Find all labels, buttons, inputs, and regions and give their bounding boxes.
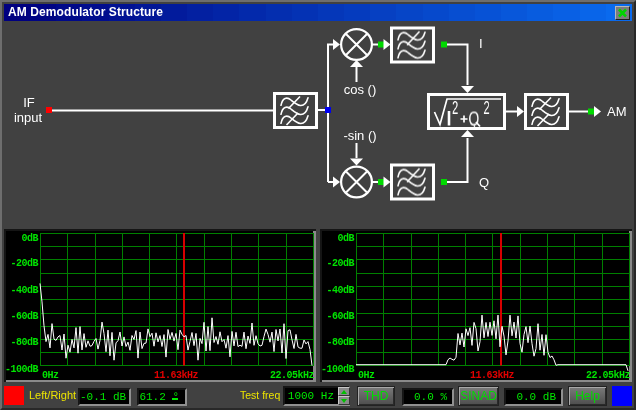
svg-text:input: input xyxy=(14,110,43,125)
svg-text:Q: Q xyxy=(469,107,480,131)
svg-text:0Hz: 0Hz xyxy=(358,370,375,381)
svg-text:Q: Q xyxy=(479,175,489,190)
svg-text:2: 2 xyxy=(484,97,490,117)
svg-text:-80dB: -80dB xyxy=(10,337,38,348)
svg-text:AM: AM xyxy=(607,104,627,119)
svg-text:22.05kHz: 22.05kHz xyxy=(586,370,631,381)
svg-text:-60dB: -60dB xyxy=(10,311,38,322)
svg-text:-100dB: -100dB xyxy=(5,364,39,375)
svg-text:-80dB: -80dB xyxy=(326,337,354,348)
svg-text:I: I xyxy=(479,36,483,51)
svg-text:-40dB: -40dB xyxy=(10,285,38,296)
svg-text:2: 2 xyxy=(452,97,458,117)
svg-text:IF: IF xyxy=(23,95,35,110)
svg-text:11.63kHz: 11.63kHz xyxy=(154,370,199,381)
svg-text:-60dB: -60dB xyxy=(326,311,354,322)
svg-text:-20dB: -20dB xyxy=(326,258,354,269)
svg-text:-100dB: -100dB xyxy=(321,364,355,375)
svg-text:cos (): cos () xyxy=(344,82,377,97)
svg-text:11.63kHz: 11.63kHz xyxy=(470,370,515,381)
svg-text:-40dB: -40dB xyxy=(326,285,354,296)
svg-text:0Hz: 0Hz xyxy=(42,370,59,381)
svg-text:0dB: 0dB xyxy=(337,233,354,244)
svg-text:0dB: 0dB xyxy=(21,233,38,244)
svg-text:-20dB: -20dB xyxy=(10,258,38,269)
svg-text:-sin (): -sin () xyxy=(343,128,376,143)
svg-text:22.05kHz: 22.05kHz xyxy=(270,370,315,381)
